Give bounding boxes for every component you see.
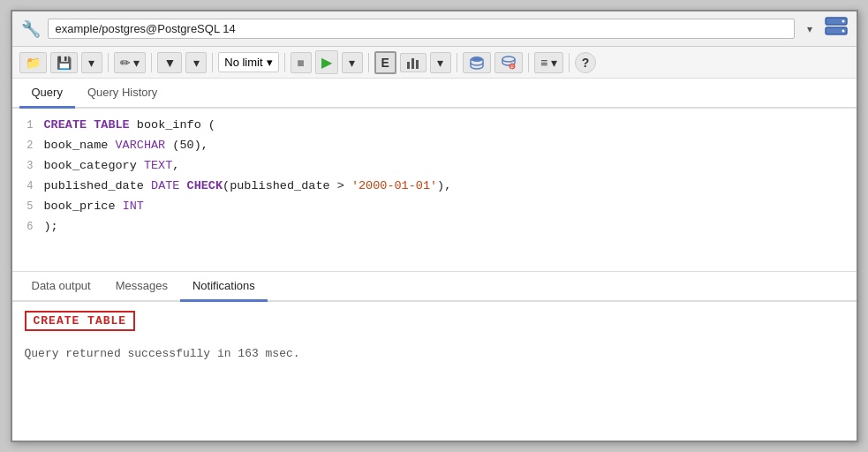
svg-rect-5 (411, 58, 414, 69)
svg-point-3 (842, 30, 844, 33)
chart-dropdown-button[interactable]: ▾ (430, 52, 451, 73)
connection-string[interactable]: example/postgres@PostgreSQL 14 (48, 19, 795, 39)
save-dropdown-button[interactable]: ▾ (81, 52, 102, 73)
svg-rect-6 (416, 60, 419, 69)
title-bar: 🔧 example/postgres@PostgreSQL 14 ▾ (12, 11, 857, 47)
code-editor[interactable]: 1 CREATE TABLE book_info ( 2 book_name V… (12, 109, 857, 272)
filter-button[interactable]: ▼ (157, 52, 182, 73)
db-object-button2[interactable]: + (494, 52, 523, 73)
code-line-4: 4 published_date DATE CHECK(published_da… (12, 177, 857, 197)
code-line-5: 5 book_price INT (12, 197, 857, 217)
editor-tabs: Query Query History (12, 79, 857, 109)
tab-query[interactable]: Query (19, 79, 75, 109)
tab-messages[interactable]: Messages (103, 272, 180, 302)
svg-point-2 (842, 20, 844, 23)
explain-button[interactable]: E (374, 51, 396, 74)
main-window: 🔧 example/postgres@PostgreSQL 14 ▾ 📁 💾 ▾… (11, 10, 858, 442)
filter-dropdown-button[interactable]: ▾ (185, 52, 207, 73)
no-limit-label: No limit (224, 56, 262, 69)
separator1 (108, 53, 109, 72)
success-message: Query returned successfully in 163 msec. (25, 347, 844, 360)
db-object-button1[interactable] (463, 52, 491, 73)
open-file-button[interactable]: 📁 (19, 52, 47, 73)
separator2 (151, 53, 152, 72)
code-line-6: 6 ); (12, 217, 857, 237)
toolbar: 📁 💾 ▾ ✏ ▾ ▼ ▾ No limit ▾ ■ ▶ ▾ E ▾ + ≡ ▾ (12, 47, 857, 79)
tab-data-output[interactable]: Data output (19, 272, 103, 302)
separator6 (457, 53, 457, 72)
server-icon (825, 17, 848, 41)
separator4 (284, 53, 285, 72)
output-tabs: Data output Messages Notifications (12, 272, 857, 302)
tab-notifications[interactable]: Notifications (180, 272, 268, 302)
code-line-1: 1 CREATE TABLE book_info ( (12, 116, 857, 136)
tab-query-history[interactable]: Query History (75, 79, 170, 109)
edit-button[interactable]: ✏ ▾ (114, 52, 147, 73)
svg-point-7 (471, 56, 483, 62)
stop-button[interactable]: ■ (291, 52, 312, 73)
list-button[interactable]: ≡ ▾ (534, 52, 563, 73)
run-dropdown-button[interactable]: ▾ (342, 52, 363, 73)
code-line-3: 3 book_category TEXT, (12, 156, 857, 177)
run-button[interactable]: ▶ (315, 50, 338, 74)
code-line-2: 2 book_name VARCHAR (50), (12, 136, 857, 156)
separator7 (528, 53, 529, 72)
output-area: CREATE TABLE Query returned successfully… (12, 302, 857, 399)
svg-text:+: + (510, 64, 514, 70)
svg-point-8 (502, 56, 515, 62)
no-limit-dropdown-icon: ▾ (267, 56, 273, 69)
separator8 (569, 53, 570, 72)
no-limit-select[interactable]: No limit ▾ (218, 52, 278, 72)
chart-button[interactable] (400, 53, 426, 72)
svg-rect-4 (407, 62, 410, 69)
result-badge: CREATE TABLE (25, 311, 136, 331)
help-button[interactable]: ? (575, 52, 596, 73)
connection-dropdown[interactable]: ▾ (802, 20, 818, 38)
separator5 (368, 53, 369, 72)
connection-icon: 🔧 (21, 19, 41, 39)
save-button[interactable]: 💾 (50, 52, 78, 73)
separator3 (212, 53, 213, 72)
